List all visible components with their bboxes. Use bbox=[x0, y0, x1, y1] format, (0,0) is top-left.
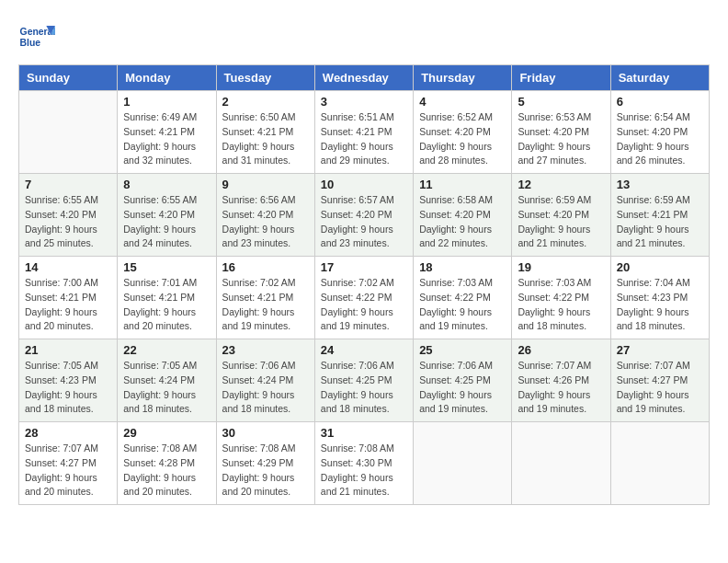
day-info: Sunrise: 7:08 AMSunset: 4:30 PMDaylight:… bbox=[321, 442, 407, 500]
day-info: Sunrise: 6:56 AMSunset: 4:20 PMDaylight:… bbox=[222, 193, 309, 251]
calendar-day-cell: 27Sunrise: 7:07 AMSunset: 4:27 PMDayligh… bbox=[610, 339, 709, 422]
page-header: General Blue bbox=[18, 18, 710, 55]
calendar-day-cell: 16Sunrise: 7:02 AMSunset: 4:21 PMDayligh… bbox=[216, 257, 314, 339]
day-number: 20 bbox=[617, 260, 703, 274]
day-info: Sunrise: 7:03 AMSunset: 4:22 PMDaylight:… bbox=[419, 276, 506, 334]
day-number: 22 bbox=[123, 343, 210, 357]
day-info: Sunrise: 7:01 AMSunset: 4:21 PMDaylight:… bbox=[123, 276, 210, 334]
col-header-wednesday: Wednesday bbox=[314, 65, 413, 91]
day-number: 29 bbox=[123, 426, 210, 440]
day-number: 24 bbox=[321, 343, 407, 357]
day-number: 4 bbox=[419, 95, 506, 109]
calendar-day-cell: 4Sunrise: 6:52 AMSunset: 4:20 PMDaylight… bbox=[414, 91, 512, 174]
calendar-day-cell: 13Sunrise: 6:59 AMSunset: 4:21 PMDayligh… bbox=[610, 174, 709, 257]
calendar-week-row: 14Sunrise: 7:00 AMSunset: 4:21 PMDayligh… bbox=[19, 257, 710, 339]
col-header-thursday: Thursday bbox=[414, 65, 512, 91]
calendar-day-cell: 5Sunrise: 6:53 AMSunset: 4:20 PMDaylight… bbox=[512, 91, 610, 174]
day-info: Sunrise: 7:05 AMSunset: 4:23 PMDaylight:… bbox=[25, 359, 111, 417]
day-number: 9 bbox=[222, 178, 309, 191]
calendar-day-cell: 31Sunrise: 7:08 AMSunset: 4:30 PMDayligh… bbox=[314, 422, 413, 505]
calendar-day-cell: 19Sunrise: 7:03 AMSunset: 4:22 PMDayligh… bbox=[512, 257, 610, 339]
day-info: Sunrise: 6:59 AMSunset: 4:21 PMDaylight:… bbox=[617, 193, 703, 251]
col-header-monday: Monday bbox=[118, 65, 216, 91]
day-info: Sunrise: 6:51 AMSunset: 4:21 PMDaylight:… bbox=[321, 110, 407, 168]
calendar-week-row: 1Sunrise: 6:49 AMSunset: 4:21 PMDaylight… bbox=[19, 91, 710, 174]
day-info: Sunrise: 6:50 AMSunset: 4:21 PMDaylight:… bbox=[222, 110, 309, 168]
calendar-week-row: 28Sunrise: 7:07 AMSunset: 4:27 PMDayligh… bbox=[19, 422, 710, 505]
day-info: Sunrise: 7:02 AMSunset: 4:21 PMDaylight:… bbox=[222, 276, 309, 334]
day-number: 27 bbox=[617, 343, 703, 357]
calendar-day-cell: 11Sunrise: 6:58 AMSunset: 4:20 PMDayligh… bbox=[414, 174, 512, 257]
calendar-day-cell: 22Sunrise: 7:05 AMSunset: 4:24 PMDayligh… bbox=[118, 339, 216, 422]
logo-icon: General Blue bbox=[18, 18, 55, 55]
day-number: 23 bbox=[222, 343, 309, 357]
calendar-table: SundayMondayTuesdayWednesdayThursdayFrid… bbox=[18, 64, 710, 505]
day-number: 21 bbox=[25, 343, 111, 357]
calendar-day-cell: 17Sunrise: 7:02 AMSunset: 4:22 PMDayligh… bbox=[314, 257, 413, 339]
day-info: Sunrise: 7:00 AMSunset: 4:21 PMDaylight:… bbox=[25, 276, 111, 334]
day-info: Sunrise: 6:57 AMSunset: 4:20 PMDaylight:… bbox=[321, 193, 407, 251]
svg-text:Blue: Blue bbox=[20, 38, 41, 48]
day-info: Sunrise: 7:02 AMSunset: 4:22 PMDaylight:… bbox=[321, 276, 407, 334]
day-info: Sunrise: 7:07 AMSunset: 4:26 PMDaylight:… bbox=[518, 359, 604, 417]
calendar-week-row: 7Sunrise: 6:55 AMSunset: 4:20 PMDaylight… bbox=[19, 174, 710, 257]
day-number: 17 bbox=[321, 260, 407, 274]
calendar-day-cell: 28Sunrise: 7:07 AMSunset: 4:27 PMDayligh… bbox=[19, 422, 118, 505]
day-number: 30 bbox=[222, 426, 309, 440]
calendar-day-cell: 25Sunrise: 7:06 AMSunset: 4:25 PMDayligh… bbox=[414, 339, 512, 422]
col-header-tuesday: Tuesday bbox=[216, 65, 314, 91]
calendar-day-cell bbox=[19, 91, 118, 174]
day-number: 7 bbox=[25, 178, 111, 191]
day-number: 25 bbox=[419, 343, 506, 357]
day-info: Sunrise: 7:06 AMSunset: 4:25 PMDaylight:… bbox=[321, 359, 407, 417]
day-info: Sunrise: 6:54 AMSunset: 4:20 PMDaylight:… bbox=[617, 110, 703, 168]
calendar-day-cell: 29Sunrise: 7:08 AMSunset: 4:28 PMDayligh… bbox=[118, 422, 216, 505]
day-info: Sunrise: 6:58 AMSunset: 4:20 PMDaylight:… bbox=[419, 193, 506, 251]
calendar-day-cell: 18Sunrise: 7:03 AMSunset: 4:22 PMDayligh… bbox=[414, 257, 512, 339]
day-info: Sunrise: 7:05 AMSunset: 4:24 PMDaylight:… bbox=[123, 359, 210, 417]
day-info: Sunrise: 6:55 AMSunset: 4:20 PMDaylight:… bbox=[25, 193, 111, 251]
calendar-day-cell: 23Sunrise: 7:06 AMSunset: 4:24 PMDayligh… bbox=[216, 339, 314, 422]
calendar-day-cell: 30Sunrise: 7:08 AMSunset: 4:29 PMDayligh… bbox=[216, 422, 314, 505]
calendar-week-row: 21Sunrise: 7:05 AMSunset: 4:23 PMDayligh… bbox=[19, 339, 710, 422]
calendar-day-cell: 10Sunrise: 6:57 AMSunset: 4:20 PMDayligh… bbox=[314, 174, 413, 257]
day-number: 3 bbox=[321, 95, 407, 109]
calendar-day-cell bbox=[610, 422, 709, 505]
calendar-day-cell: 3Sunrise: 6:51 AMSunset: 4:21 PMDaylight… bbox=[314, 91, 413, 174]
calendar-day-cell: 14Sunrise: 7:00 AMSunset: 4:21 PMDayligh… bbox=[19, 257, 118, 339]
day-number: 18 bbox=[419, 260, 506, 274]
day-info: Sunrise: 7:08 AMSunset: 4:29 PMDaylight:… bbox=[222, 442, 309, 500]
day-number: 14 bbox=[25, 260, 111, 274]
calendar-day-cell: 26Sunrise: 7:07 AMSunset: 4:26 PMDayligh… bbox=[512, 339, 610, 422]
day-number: 19 bbox=[518, 260, 604, 274]
day-number: 16 bbox=[222, 260, 309, 274]
day-number: 13 bbox=[617, 178, 703, 191]
day-number: 28 bbox=[25, 426, 111, 440]
calendar-day-cell: 15Sunrise: 7:01 AMSunset: 4:21 PMDayligh… bbox=[118, 257, 216, 339]
calendar-day-cell: 24Sunrise: 7:06 AMSunset: 4:25 PMDayligh… bbox=[314, 339, 413, 422]
day-info: Sunrise: 6:52 AMSunset: 4:20 PMDaylight:… bbox=[419, 110, 506, 168]
day-number: 10 bbox=[321, 178, 407, 191]
calendar-day-cell: 1Sunrise: 6:49 AMSunset: 4:21 PMDaylight… bbox=[118, 91, 216, 174]
calendar-day-cell bbox=[512, 422, 610, 505]
day-number: 5 bbox=[518, 95, 604, 109]
calendar-day-cell: 9Sunrise: 6:56 AMSunset: 4:20 PMDaylight… bbox=[216, 174, 314, 257]
calendar-header-row: SundayMondayTuesdayWednesdayThursdayFrid… bbox=[19, 65, 710, 91]
day-number: 1 bbox=[123, 95, 210, 109]
calendar-day-cell: 2Sunrise: 6:50 AMSunset: 4:21 PMDaylight… bbox=[216, 91, 314, 174]
day-number: 2 bbox=[222, 95, 309, 109]
calendar-day-cell: 20Sunrise: 7:04 AMSunset: 4:23 PMDayligh… bbox=[610, 257, 709, 339]
calendar-day-cell bbox=[414, 422, 512, 505]
calendar-day-cell: 6Sunrise: 6:54 AMSunset: 4:20 PMDaylight… bbox=[610, 91, 709, 174]
day-info: Sunrise: 7:03 AMSunset: 4:22 PMDaylight:… bbox=[518, 276, 604, 334]
day-info: Sunrise: 6:49 AMSunset: 4:21 PMDaylight:… bbox=[123, 110, 210, 168]
day-info: Sunrise: 6:55 AMSunset: 4:20 PMDaylight:… bbox=[123, 193, 210, 251]
col-header-friday: Friday bbox=[512, 65, 610, 91]
day-info: Sunrise: 6:59 AMSunset: 4:20 PMDaylight:… bbox=[518, 193, 604, 251]
calendar-day-cell: 12Sunrise: 6:59 AMSunset: 4:20 PMDayligh… bbox=[512, 174, 610, 257]
day-info: Sunrise: 6:53 AMSunset: 4:20 PMDaylight:… bbox=[518, 110, 604, 168]
day-info: Sunrise: 7:06 AMSunset: 4:24 PMDaylight:… bbox=[222, 359, 309, 417]
col-header-sunday: Sunday bbox=[19, 65, 118, 91]
day-number: 26 bbox=[518, 343, 604, 357]
calendar-day-cell: 8Sunrise: 6:55 AMSunset: 4:20 PMDaylight… bbox=[118, 174, 216, 257]
